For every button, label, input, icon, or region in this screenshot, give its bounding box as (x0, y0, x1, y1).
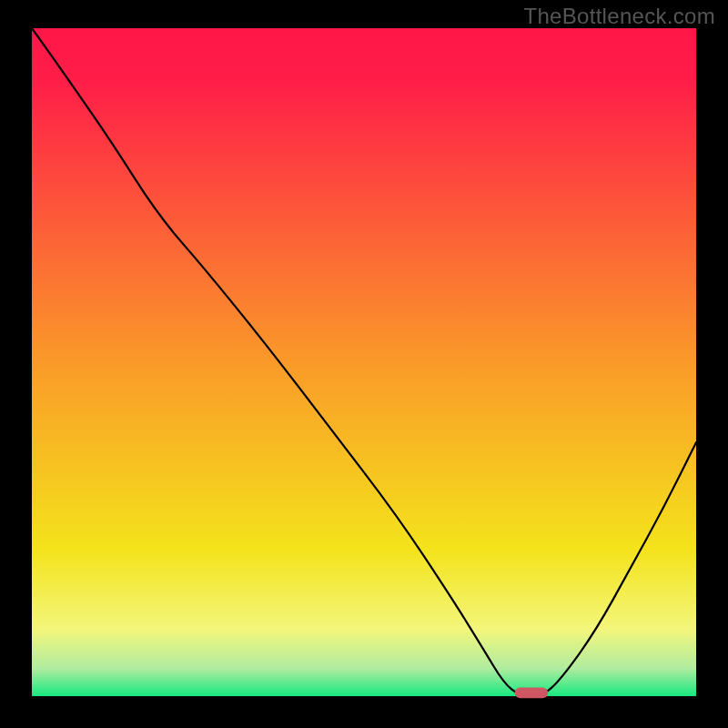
chart-frame: TheBottleneck.com (0, 0, 728, 728)
optimal-marker (515, 688, 549, 699)
chart-canvas (0, 0, 728, 728)
plot-background (32, 28, 696, 696)
